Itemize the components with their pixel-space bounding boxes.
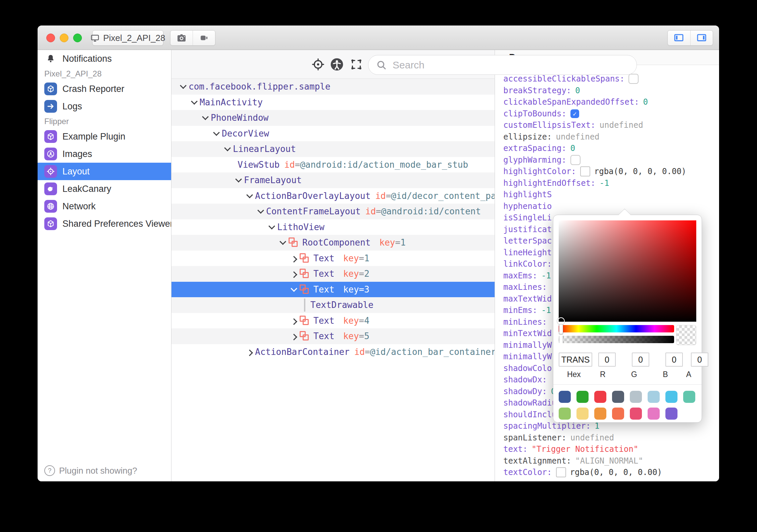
preset-color-swatch[interactable] — [648, 391, 660, 403]
prop-value[interactable]: undefined — [556, 131, 600, 143]
toggle-right-sidebar-button[interactable] — [691, 31, 713, 45]
alpha-slider[interactable] — [559, 336, 674, 343]
prop-value[interactable]: undefined — [600, 119, 643, 131]
expand-chevron-icon[interactable] — [200, 115, 211, 120]
search-input[interactable] — [392, 59, 629, 71]
prop-value[interactable]: rgba(0, 0, 0, 0.00) — [594, 166, 687, 177]
checkbox-icon[interactable] — [570, 109, 579, 118]
alpha-slider-handle[interactable] — [559, 336, 563, 343]
pick-element-button[interactable] — [311, 57, 325, 71]
sidebar-item[interactable]: Crash Reporter — [38, 80, 171, 98]
tree-row[interactable]: ContentFrameLayout id=@android:id/conten… — [171, 204, 495, 219]
color-swatch[interactable] — [580, 166, 590, 176]
sidebar-item[interactable]: LeakCanary — [38, 180, 171, 198]
prop-value[interactable]: "ALIGN_NORMAL" — [575, 455, 643, 467]
preset-color-swatch[interactable] — [559, 391, 571, 403]
alpha-input[interactable] — [691, 353, 708, 367]
tree-row[interactable]: RootComponent key=1 — [171, 235, 495, 251]
video-record-button[interactable] — [193, 31, 215, 45]
tree-row[interactable]: DecorView — [171, 126, 495, 142]
preset-color-swatch[interactable] — [665, 391, 677, 403]
tree-row[interactable]: com.facebook.flipper.sample — [171, 79, 495, 95]
tree-row[interactable]: Text key=3 — [171, 282, 495, 298]
tree-row[interactable]: ActionBarOverlayLayout id=@id/decor_cont… — [171, 188, 495, 204]
prop-value[interactable]: -1 — [541, 270, 551, 282]
prop-value[interactable]: undefined — [570, 432, 614, 444]
preset-color-swatch[interactable] — [576, 408, 589, 420]
sidebar-item[interactable]: Example Plugin — [38, 128, 171, 145]
expand-chevron-icon[interactable] — [244, 350, 255, 354]
prop-value[interactable]: rgba(0, 0, 0, 0.00) — [570, 467, 662, 478]
hex-input[interactable] — [559, 353, 592, 367]
prop-value[interactable]: -1 — [541, 305, 551, 316]
target-mode-button[interactable] — [349, 57, 363, 71]
hue-slider[interactable] — [559, 325, 674, 332]
expand-chevron-icon[interactable] — [178, 84, 189, 89]
tree-row[interactable]: Text key=5 — [171, 328, 495, 344]
toggle-left-sidebar-button[interactable] — [668, 31, 691, 45]
blue-input[interactable] — [665, 353, 683, 367]
preset-color-swatch[interactable] — [559, 408, 571, 420]
preset-color-swatch[interactable] — [594, 391, 606, 403]
expand-chevron-icon[interactable] — [288, 318, 299, 323]
preset-color-swatch[interactable] — [594, 408, 606, 420]
expand-chevron-icon[interactable] — [288, 287, 299, 292]
prop-value[interactable]: 0 — [575, 85, 580, 97]
saturation-cursor[interactable] — [557, 317, 565, 325]
plugin-not-showing-link[interactable]: ? Plugin not showing? — [44, 465, 137, 476]
sidebar-item[interactable]: Images — [38, 145, 171, 163]
sidebar-item[interactable]: Layout — [38, 163, 171, 180]
expand-chevron-icon[interactable] — [211, 131, 222, 136]
device-selector-button[interactable]: Pixel_2_API_28 — [92, 30, 163, 46]
expand-chevron-icon[interactable] — [288, 334, 299, 338]
traffic-light-minimize[interactable] — [60, 34, 68, 42]
preset-color-swatch[interactable] — [648, 408, 660, 420]
checkbox-icon[interactable] — [570, 155, 581, 165]
prop-value[interactable]: 0 — [643, 96, 648, 108]
tree-row[interactable]: Text key=4 — [171, 313, 495, 329]
sidebar-item[interactable]: Network — [38, 198, 171, 215]
preset-color-swatch[interactable] — [665, 408, 677, 420]
expand-chevron-icon[interactable] — [288, 271, 299, 276]
preset-color-swatch[interactable] — [630, 391, 642, 403]
sidebar-item[interactable]: Shared Preferences Viewer — [38, 215, 171, 232]
color-swatch[interactable] — [556, 467, 566, 477]
preset-color-swatch[interactable] — [576, 391, 589, 403]
sidebar-item[interactable]: Pixel_2_API_28 — [38, 67, 171, 80]
green-input[interactable] — [632, 353, 649, 367]
tree-row[interactable]: LinearLayout — [171, 141, 495, 157]
prop-value[interactable]: "Trigger Notification" — [532, 443, 638, 455]
preset-color-swatch[interactable] — [630, 408, 642, 420]
expand-chevron-icon[interactable] — [189, 100, 200, 105]
tree-row[interactable]: FrameLayout — [171, 172, 495, 188]
tree-row[interactable]: Text key=2 — [171, 266, 495, 282]
tree-row[interactable]: TextDrawable — [171, 297, 495, 313]
prop-value[interactable]: 0 — [570, 143, 575, 154]
accessibility-mode-button[interactable] — [330, 57, 344, 71]
expand-chevron-icon[interactable] — [255, 209, 266, 214]
hue-slider-handle[interactable] — [559, 324, 563, 334]
screenshot-button[interactable] — [170, 31, 193, 45]
expand-chevron-icon[interactable] — [266, 225, 277, 229]
tree-row[interactable]: Text key=1 — [171, 251, 495, 266]
traffic-light-close[interactable] — [46, 34, 55, 42]
checkbox-icon[interactable] — [628, 74, 639, 84]
expand-chevron-icon[interactable] — [233, 178, 244, 182]
prop-value[interactable]: -1 — [600, 177, 609, 189]
tree-row[interactable]: ActionBarContainer id=@id/action_bar_con… — [171, 344, 495, 360]
saturation-brightness-area[interactable] — [559, 220, 696, 322]
tree-row[interactable]: LithoView — [171, 219, 495, 235]
preset-color-swatch[interactable] — [612, 408, 624, 420]
preset-color-swatch[interactable] — [683, 391, 695, 403]
expand-chevron-icon[interactable] — [222, 147, 233, 151]
expand-chevron-icon[interactable] — [244, 194, 255, 198]
tree-row[interactable]: MainActivity — [171, 95, 495, 110]
preset-color-swatch[interactable] — [612, 391, 624, 403]
expand-chevron-icon[interactable] — [277, 240, 288, 245]
tree-row[interactable]: ViewStub id=@android:id/action_mode_bar_… — [171, 157, 495, 173]
sidebar-item[interactable]: Flipper — [38, 115, 171, 128]
red-input[interactable] — [598, 353, 616, 367]
traffic-light-zoom[interactable] — [73, 34, 82, 42]
expand-chevron-icon[interactable] — [288, 256, 299, 261]
sidebar-item[interactable]: Notifications — [38, 50, 171, 67]
